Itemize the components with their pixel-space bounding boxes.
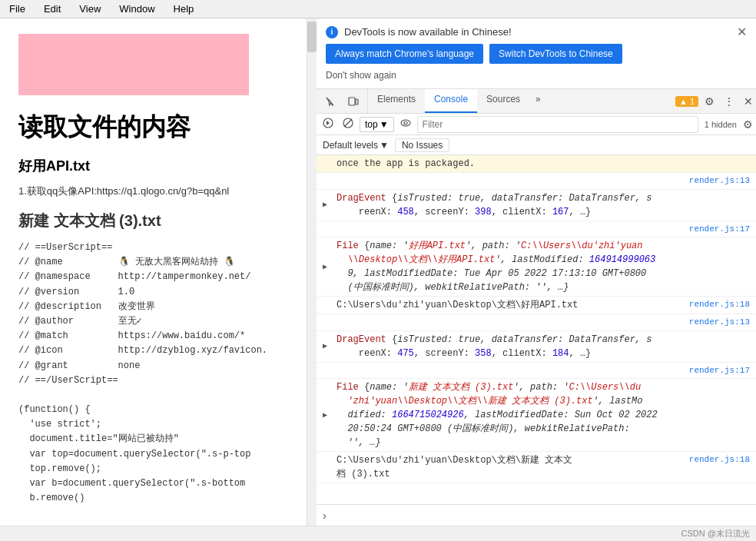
- tab-elements[interactable]: Elements: [368, 89, 425, 113]
- webpage-panel: 读取文件的内容 好用API.txt 1.获取qq头像API:https://q1…: [0, 18, 307, 526]
- devtools-panel: i DevTools is now available in Chinese! …: [317, 18, 756, 526]
- watermark-text: CSDN @末日流光: [681, 528, 750, 539]
- switch-chinese-button[interactable]: Switch DevTools to Chinese: [489, 44, 622, 64]
- levels-chevron-icon: ▼: [380, 140, 389, 151]
- inspect-element-icon[interactable]: [320, 91, 341, 112]
- default-levels-button[interactable]: Default levels ▼: [323, 140, 389, 151]
- context-selector[interactable]: top ▼: [360, 117, 394, 132]
- console-line: ▶ DragEvent {isTrusted: true, dataTransf…: [317, 190, 756, 221]
- notif-row1: i DevTools is now available in Chinese! …: [326, 25, 747, 39]
- expand-triangle-icon[interactable]: ▶: [323, 380, 335, 450]
- block-icon[interactable]: [340, 116, 356, 132]
- console-prompt-icon: ›: [323, 509, 327, 522]
- console-line: once the app is packaged.: [317, 155, 756, 173]
- console-line: ▶ DragEvent {isTrusted: true, dataTransf…: [317, 331, 756, 363]
- source-link[interactable]: render.js:18: [683, 298, 750, 312]
- device-toolbar-icon[interactable]: [343, 91, 364, 112]
- hidden-count[interactable]: 1 hidden: [701, 120, 740, 129]
- tab-console[interactable]: Console: [425, 89, 477, 113]
- tab-sources[interactable]: Sources: [477, 89, 529, 113]
- notif-text: DevTools is now available in Chinese!: [344, 26, 512, 38]
- code-block: // ==UserScript== // @name 🐧 无敌大黑客网站劫持 🐧…: [18, 241, 288, 506]
- devtools-toolbar-right: ▲ 1 ⚙ ⋮ ✕: [675, 89, 756, 113]
- settings-icon[interactable]: ⚙: [701, 92, 718, 111]
- expand-icon: [323, 157, 335, 171]
- console-line: ▶ File {name: '好用API.txt', path: 'C:\\Us…: [317, 237, 756, 297]
- menubar: File Edit View Window Help: [0, 0, 756, 18]
- console-line: render.js:17: [317, 221, 756, 238]
- left-scrollbar[interactable]: [307, 18, 317, 526]
- main-area: 读取文件的内容 好用API.txt 1.获取qq头像API:https://q1…: [0, 18, 756, 526]
- console-text: C:\Users\du'zhi'yuan\Desktop\文档\好用API.tx…: [337, 298, 683, 312]
- console-toolbar: top ▼ 1 hidden ⚙: [317, 114, 756, 135]
- info-icon: i: [326, 26, 338, 38]
- clear-console-button[interactable]: [320, 116, 337, 132]
- devtools-notification: i DevTools is now available in Chinese! …: [317, 18, 756, 89]
- pink-decorative-box: [18, 34, 249, 95]
- source-link[interactable]: render.js:18: [683, 453, 750, 481]
- source-link[interactable]: render.js:13: [683, 316, 750, 329]
- svg-point-7: [404, 121, 407, 124]
- menu-view[interactable]: View: [76, 2, 104, 16]
- expand-triangle-icon[interactable]: ▶: [323, 239, 335, 294]
- page-title: 读取文件的内容: [18, 111, 288, 144]
- empty-icon: [323, 298, 335, 312]
- scroll-thumb[interactable]: [307, 22, 317, 52]
- console-text: DragEvent {isTrusted: true, dataTransfer…: [337, 333, 750, 360]
- menu-file[interactable]: File: [6, 2, 28, 16]
- console-text: File {name: '好用API.txt', path: 'C:\\User…: [337, 239, 750, 294]
- file2-heading: 新建 文本文档 (3).txt: [18, 211, 288, 231]
- more-options-icon[interactable]: ⋮: [721, 92, 738, 111]
- always-match-button[interactable]: Always match Chrome's language: [326, 44, 483, 64]
- menu-help[interactable]: Help: [171, 2, 197, 16]
- console-text: DragEvent {isTrusted: true, dataTransfer…: [337, 191, 750, 219]
- levels-label: Default levels: [323, 140, 378, 151]
- warning-badge[interactable]: ▲ 1: [675, 96, 698, 107]
- console-text: File {name: '新建 文本文档 (3).txt', path: 'C:…: [337, 380, 750, 450]
- svg-line-5: [344, 119, 352, 127]
- empty-icon: [323, 453, 335, 481]
- console-input[interactable]: [331, 510, 750, 521]
- expand-triangle-icon[interactable]: ▶: [323, 333, 335, 360]
- console-output[interactable]: once the app is packaged. render.js:13 ▶…: [317, 155, 756, 504]
- menu-window[interactable]: Window: [116, 2, 158, 16]
- devtools-tabs: Elements Console Sources » ▲ 1 ⚙ ⋮ ✕: [317, 89, 756, 114]
- console-settings-icon[interactable]: ⚙: [743, 118, 753, 131]
- console-line: ▶ File {name: '新建 文本文档 (3).txt', path: '…: [317, 379, 756, 452]
- console-line: render.js:13: [317, 314, 756, 331]
- no-issues-button[interactable]: No Issues: [395, 138, 449, 152]
- source-link[interactable]: render.js:13: [683, 174, 750, 188]
- svg-point-6: [401, 120, 410, 126]
- console-text: C:\Users\du'zhi'yuan\Desktop\文档\新建 文本文档 …: [337, 453, 683, 481]
- bottom-bar: CSDN @末日流光: [0, 526, 756, 541]
- console-line: C:\Users\du'zhi'yuan\Desktop\文档\新建 文本文档 …: [317, 452, 756, 483]
- expand-triangle-icon[interactable]: ▶: [323, 191, 335, 219]
- console-line: render.js:17: [317, 363, 756, 380]
- console-line: render.js:13: [317, 173, 756, 190]
- console-levels-bar: Default levels ▼ No Issues: [317, 135, 756, 155]
- notif-buttons-row: Always match Chrome's language Switch De…: [326, 44, 747, 64]
- file1-heading: 好用API.txt: [18, 157, 288, 175]
- svg-rect-1: [349, 98, 355, 105]
- dont-show-again-link[interactable]: Don't show again: [326, 68, 747, 82]
- notif-close-button[interactable]: ✕: [737, 25, 747, 39]
- console-input-bar: ›: [317, 504, 756, 526]
- menu-edit[interactable]: Edit: [41, 2, 64, 16]
- more-tabs-button[interactable]: »: [529, 89, 547, 113]
- step1-text: 1.获取qq头像API:https://q1.qlogo.cn/g?b=qq&n…: [18, 184, 288, 198]
- source-link[interactable]: render.js:17: [683, 223, 750, 236]
- console-text: once the app is packaged.: [337, 157, 750, 171]
- eye-icon[interactable]: [397, 116, 414, 132]
- filter-input[interactable]: [417, 116, 698, 133]
- close-devtools-button[interactable]: ✕: [741, 92, 756, 111]
- svg-rect-2: [356, 99, 358, 105]
- chevron-down-icon: ▼: [380, 119, 389, 130]
- console-line: C:\Users\du'zhi'yuan\Desktop\文档\好用API.tx…: [317, 297, 756, 314]
- context-value: top: [365, 119, 378, 130]
- source-link[interactable]: render.js:17: [683, 364, 750, 377]
